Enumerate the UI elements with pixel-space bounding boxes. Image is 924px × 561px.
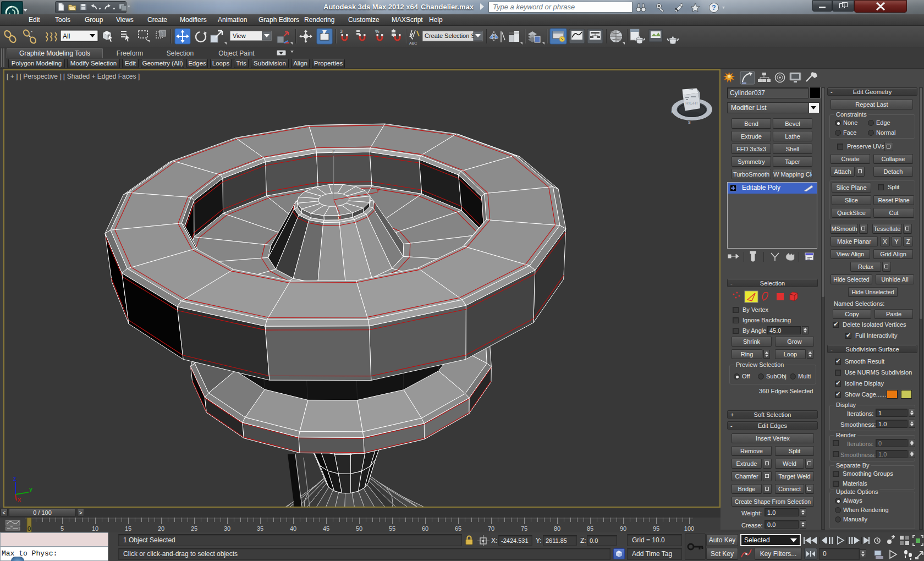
svg-text:90: 90 xyxy=(620,525,626,532)
svg-text:20: 20 xyxy=(158,525,164,532)
svg-text:All: All xyxy=(63,32,70,40)
svg-text:W: W xyxy=(671,110,675,114)
svg-text:3: 3 xyxy=(340,29,343,34)
svg-text:ABC: ABC xyxy=(409,41,417,45)
svg-text:75: 75 xyxy=(521,525,527,532)
svg-text:y: y xyxy=(377,186,380,193)
svg-text:100: 100 xyxy=(684,525,694,532)
svg-text:x: x xyxy=(338,214,342,221)
svg-text:*: * xyxy=(31,30,32,35)
svg-text:x: x xyxy=(18,496,21,503)
svg-text:85: 85 xyxy=(587,525,593,532)
svg-text:0: 0 xyxy=(28,525,31,532)
svg-text:70: 70 xyxy=(488,525,494,532)
svg-text:%: % xyxy=(375,29,380,34)
svg-text:RIGHT: RIGHT xyxy=(685,101,698,106)
svg-text:60: 60 xyxy=(422,525,428,532)
svg-text:5: 5 xyxy=(61,525,64,532)
svg-text:80: 80 xyxy=(554,525,560,532)
svg-text:S: S xyxy=(688,120,691,124)
svg-text:View: View xyxy=(233,32,246,39)
svg-text:y: y xyxy=(29,486,33,492)
svg-text:10: 10 xyxy=(92,525,98,532)
svg-text:E: E xyxy=(710,108,712,112)
svg-text:45: 45 xyxy=(323,525,329,532)
svg-text:35: 35 xyxy=(257,525,263,532)
svg-text:40: 40 xyxy=(290,525,296,532)
svg-text:z: z xyxy=(13,475,16,482)
svg-text:65: 65 xyxy=(455,525,461,532)
svg-text:Create Selection Se: Create Selection Se xyxy=(425,32,479,39)
svg-text:50: 50 xyxy=(356,525,362,532)
svg-text:55: 55 xyxy=(389,525,395,532)
svg-text:z: z xyxy=(332,148,336,155)
svg-text:?: ? xyxy=(712,4,716,12)
svg-text:95: 95 xyxy=(653,525,659,532)
svg-text:15: 15 xyxy=(125,525,131,532)
svg-text:25: 25 xyxy=(191,525,197,532)
svg-text:30: 30 xyxy=(224,525,230,532)
